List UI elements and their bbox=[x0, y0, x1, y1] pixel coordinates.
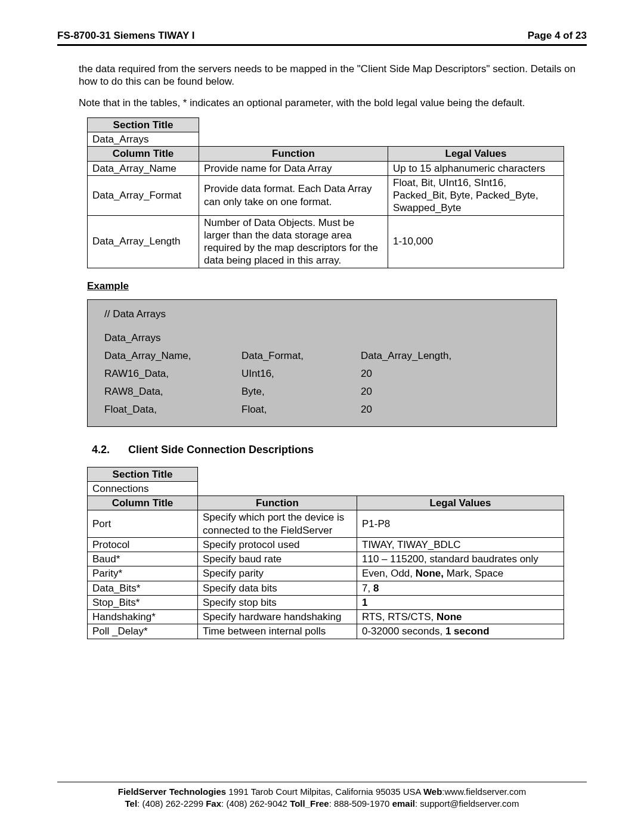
t2-r6-col: Handshaking* bbox=[88, 610, 198, 624]
t2-r5-fn: Specify stop bits bbox=[198, 595, 357, 609]
table-row: Baud* Specify baud rate 110 – 115200, st… bbox=[88, 552, 564, 566]
t2-r5-lv: 1 bbox=[357, 595, 564, 609]
table-row: Parity* Specify parity Even, Odd, None, … bbox=[88, 566, 564, 581]
t1-r1-col: Data_Array_Format bbox=[88, 175, 199, 215]
t2-function-hdr: Function bbox=[198, 496, 357, 510]
header-left: FS-8700-31 Siemens TIWAY I bbox=[57, 30, 195, 42]
code-r1-c2: Byte, bbox=[242, 386, 361, 398]
t2-r7-lv: 0-32000 seconds, 1 second bbox=[357, 624, 564, 639]
t2-r4-fn: Specify data bits bbox=[198, 581, 357, 595]
table-row: Data_Array_Length Number of Data Objects… bbox=[88, 215, 564, 268]
t2-r0-lv: P1-P8 bbox=[357, 510, 564, 538]
t1-r2-lv: 1-10,000 bbox=[388, 215, 564, 268]
t2-section-title-hdr: Section Title bbox=[88, 467, 198, 481]
page-header: FS-8700-31 Siemens TIWAY I Page 4 of 23 bbox=[57, 30, 587, 46]
section-4-2-heading: 4.2. Client Side Connection Descriptions bbox=[92, 444, 587, 456]
table-row: Poll _Delay* Time between internal polls… bbox=[88, 624, 564, 639]
t1-r1-fn: Provide data format. Each Data Array can… bbox=[199, 175, 388, 215]
code-r2-c3: 20 bbox=[361, 404, 540, 416]
t1-section-title-val: Data_Arrays bbox=[88, 132, 199, 147]
footer-fax: : (408) 262-9042 bbox=[221, 798, 290, 809]
t1-r0-lv: Up to 15 alphanumeric characters bbox=[388, 161, 564, 175]
t1-r0-col: Data_Array_Name bbox=[88, 161, 199, 175]
code-r1-c3: 20 bbox=[361, 386, 540, 398]
table-row: Handshaking* Specify hardware handshakin… bbox=[88, 610, 564, 624]
sec42-num: 4.2. bbox=[92, 444, 125, 456]
footer-email-label: email bbox=[392, 798, 415, 809]
connections-table: Section Title Connections Column Title F… bbox=[87, 467, 564, 639]
t2-r6-fn: Specify hardware handshaking bbox=[198, 610, 357, 624]
t2-r6-lv: RTS, RTS/CTS, None bbox=[357, 610, 564, 624]
footer-toll: : 888-509-1970 bbox=[329, 798, 392, 809]
code-r0-c2: UInt16, bbox=[242, 368, 361, 380]
t2-r7-col: Poll _Delay* bbox=[88, 624, 198, 639]
sec42-title: Client Side Connection Descriptions bbox=[128, 444, 314, 456]
t2-r1-fn: Specify protocol used bbox=[198, 537, 357, 552]
t2-r2-lv: 110 – 115200, standard baudrates only bbox=[357, 552, 564, 566]
t2-r0-fn: Specify which port the device is connect… bbox=[198, 510, 357, 538]
t2-r1-lv: TIWAY, TIWAY_BDLC bbox=[357, 537, 564, 552]
t2-legal-hdr: Legal Values bbox=[357, 496, 564, 510]
code-comment: // Data Arrays bbox=[104, 308, 166, 320]
footer-tel-label: Tel bbox=[125, 798, 138, 809]
t2-r4-col: Data_Bits* bbox=[88, 581, 198, 595]
code-r2-c1: Float_Data, bbox=[104, 404, 242, 416]
header-right: Page 4 of 23 bbox=[528, 30, 587, 42]
t1-r1-lv: Float, Bit, UInt16, SInt16, Packed_Bit, … bbox=[388, 175, 564, 215]
code-h-c1: Data_Array_Name, bbox=[104, 350, 242, 362]
t1-col-title-hdr: Column Title bbox=[88, 147, 199, 161]
t1-section-title-hdr: Section Title bbox=[88, 117, 199, 132]
t2-r3-fn: Specify parity bbox=[198, 566, 357, 581]
table-row: Stop_Bits* Specify stop bits 1 bbox=[88, 595, 564, 609]
code-l2: Data_Arrays bbox=[104, 332, 160, 344]
t2-r5-col: Stop_Bits* bbox=[88, 595, 198, 609]
footer-addr: 1991 Tarob Court Milpitas, California 95… bbox=[226, 786, 423, 797]
footer-toll-label: Toll_Free bbox=[290, 798, 329, 809]
t1-legal-hdr: Legal Values bbox=[388, 147, 564, 161]
footer-web: :www.fieldserver.com bbox=[442, 786, 526, 797]
t2-r2-fn: Specify baud rate bbox=[198, 552, 357, 566]
footer-tel: : (408) 262-2299 bbox=[137, 798, 206, 809]
t1-function-hdr: Function bbox=[199, 147, 388, 161]
data-arrays-table: Section Title Data_Arrays Column Title F… bbox=[87, 117, 564, 268]
t2-r2-col: Baud* bbox=[88, 552, 198, 566]
code-h-c2: Data_Format, bbox=[242, 350, 361, 362]
t1-r2-fn: Number of Data Objects. Must be larger t… bbox=[199, 215, 388, 268]
code-r1-c1: RAW8_Data, bbox=[104, 386, 242, 398]
t1-r2-col: Data_Array_Length bbox=[88, 215, 199, 268]
footer-fax-label: Fax bbox=[206, 798, 221, 809]
t2-r4-lv: 7, 8 bbox=[357, 581, 564, 595]
table-row: Protocol Specify protocol used TIWAY, TI… bbox=[88, 537, 564, 552]
code-r2-c2: Float, bbox=[242, 404, 361, 416]
t2-col-title-hdr: Column Title bbox=[88, 496, 198, 510]
code-h-c3: Data_Array_Length, bbox=[361, 350, 540, 362]
code-r0-c1: RAW16_Data, bbox=[104, 368, 242, 380]
table-row: Port Specify which port the device is co… bbox=[88, 510, 564, 538]
footer-company: FieldServer Technologies bbox=[118, 786, 226, 797]
t2-r7-fn: Time between internal polls bbox=[198, 624, 357, 639]
example-label: Example bbox=[87, 280, 587, 292]
page-footer: FieldServer Technologies 1991 Tarob Cour… bbox=[57, 782, 587, 809]
code-r0-c3: 20 bbox=[361, 368, 540, 380]
example-code-block: // Data Arrays Data_Arrays Data_Array_Na… bbox=[87, 299, 557, 427]
intro-p1: the data required from the servers needs… bbox=[79, 63, 587, 88]
t2-r3-col: Parity* bbox=[88, 566, 198, 581]
t2-r3-lv: Even, Odd, None, Mark, Space bbox=[357, 566, 564, 581]
t2-r1-col: Protocol bbox=[88, 537, 198, 552]
t2-section-title-val: Connections bbox=[88, 481, 198, 496]
footer-email: : support@fieldserver.com bbox=[415, 798, 519, 809]
table-row: Data_Array_Name Provide name for Data Ar… bbox=[88, 161, 564, 175]
t1-r0-fn: Provide name for Data Array bbox=[199, 161, 388, 175]
table-row: Data_Bits* Specify data bits 7, 8 bbox=[88, 581, 564, 595]
table-row: Data_Array_Format Provide data format. E… bbox=[88, 175, 564, 215]
t2-r0-col: Port bbox=[88, 510, 198, 538]
intro-p2: Note that in the tables, * indicates an … bbox=[79, 97, 587, 109]
footer-web-label: Web bbox=[423, 786, 442, 797]
